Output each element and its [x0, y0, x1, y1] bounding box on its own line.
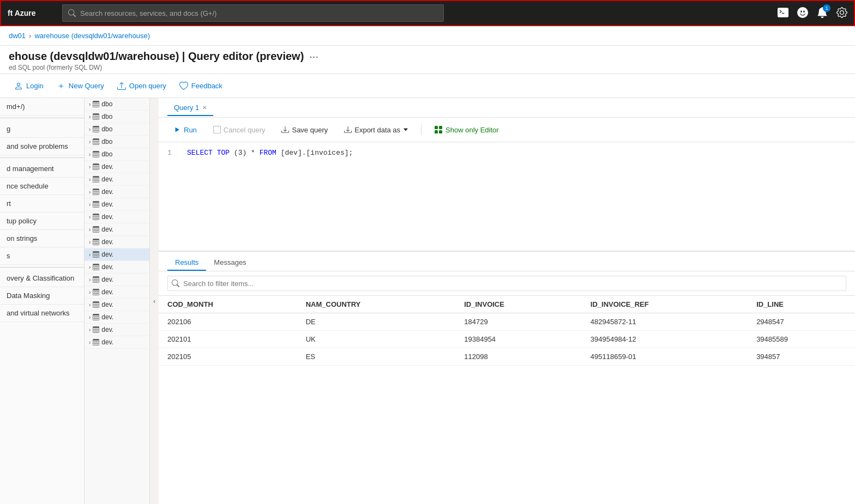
table-cell: 184729 — [455, 313, 582, 331]
collapse-panel-button[interactable]: ‹ — [150, 98, 159, 504]
chevron-right-icon: › — [89, 302, 91, 308]
new-query-button[interactable]: New Query — [51, 78, 110, 94]
feedback-button[interactable]: Feedback — [174, 78, 228, 94]
sidebar-item-management[interactable]: d management — [0, 160, 84, 178]
tree-item-label: dev. — [101, 163, 113, 171]
run-label: Run — [184, 126, 197, 134]
sidebar-item-search[interactable]: md+/) — [0, 98, 84, 116]
table-body: 202106DE184729482945872-112948547202101U… — [159, 313, 855, 366]
open-query-button[interactable]: Open query — [112, 78, 172, 94]
query-tabs: Query 1 ✕ — [159, 98, 855, 118]
cloud-shell-icon[interactable] — [778, 7, 788, 20]
table-icon — [93, 326, 99, 333]
tree-item[interactable]: › dev. — [85, 299, 149, 311]
results-table: COD_MONTHNAM_COUNTRYID_INVOICEID_INVOICE… — [159, 296, 855, 366]
code-line-1: 1 SELECT TOP (3) * FROM [dev].[invoices]… — [167, 149, 846, 157]
query-tab-1[interactable]: Query 1 ✕ — [167, 99, 213, 116]
download-icon — [281, 126, 289, 133]
tree-item[interactable]: › dev. — [85, 311, 149, 324]
tree-item[interactable]: › dbo — [85, 123, 149, 136]
tree-item[interactable]: › dev. — [85, 186, 149, 198]
chevron-right-icon: › — [89, 239, 91, 245]
tree-item[interactable]: › dev. — [85, 173, 149, 186]
cancel-query-button[interactable]: Cancel query — [207, 123, 272, 137]
table-icon — [93, 251, 99, 258]
tree-item[interactable]: › dev. — [85, 211, 149, 223]
table-cell: 394857 — [748, 348, 855, 366]
sidebar-item-data-masking[interactable]: Data Masking — [0, 287, 84, 305]
table-cell: 2948547 — [748, 313, 855, 331]
upload-icon — [117, 82, 126, 90]
main-toolbar: Login New Query Open query Feedback — [0, 74, 855, 98]
sidebar-item-problems[interactable]: and solve problems — [0, 138, 84, 155]
sidebar-item-alerts[interactable]: rt — [0, 195, 84, 212]
tree-item-label: dev. — [101, 201, 113, 208]
table-cell: DE — [297, 313, 456, 331]
run-button[interactable]: Run — [167, 123, 203, 137]
table-cell: 39485589 — [748, 331, 855, 348]
tree-item[interactable]: › dev. — [85, 198, 149, 211]
table-column-header: ID_LINE — [748, 296, 855, 313]
results-tab[interactable]: Results — [167, 254, 206, 271]
chevron-right-icon: › — [89, 214, 91, 220]
login-button[interactable]: Login — [9, 78, 49, 94]
search-icon — [68, 9, 76, 17]
chevron-right-icon: › — [89, 101, 91, 107]
chevron-right-icon: › — [89, 177, 91, 183]
more-options-icon[interactable]: ··· — [309, 50, 318, 63]
tree-item[interactable]: › dbo — [85, 148, 149, 161]
table-icon — [93, 276, 99, 283]
table-icon — [93, 289, 99, 295]
line-number: 1 — [167, 149, 178, 157]
table-icon — [93, 201, 99, 208]
export-button[interactable]: Export data as — [338, 123, 414, 137]
save-query-button[interactable]: Save query — [275, 123, 334, 137]
code-content: SELECT TOP (3) * FROM [dev].[invoices]; — [187, 149, 353, 157]
notifications-icon[interactable]: 1 — [817, 7, 828, 20]
sidebar-item-log[interactable]: g — [0, 120, 84, 138]
cancel-label: Cancel query — [224, 126, 266, 134]
close-tab-icon[interactable]: ✕ — [202, 105, 207, 111]
tree-panel: › dbo › dbo › dbo › dbo › dbo › dev. — [85, 98, 150, 504]
tree-item[interactable]: › dbo — [85, 136, 149, 148]
tree-item[interactable]: › dev. — [85, 236, 149, 248]
tree-item[interactable]: › dev. — [85, 274, 149, 286]
sidebar-item-virtual-networks[interactable]: and virtual networks — [0, 305, 84, 322]
settings-icon[interactable] — [836, 7, 847, 20]
tree-item[interactable]: › dev. — [85, 248, 149, 261]
tree-item[interactable]: › dev. — [85, 161, 149, 173]
sidebar-separator-3 — [0, 267, 84, 268]
tree-item[interactable]: › dev. — [85, 261, 149, 274]
sidebar-item-conn-strings[interactable]: on strings — [0, 230, 84, 247]
open-query-label: Open query — [129, 82, 166, 90]
sidebar-separator-2 — [0, 157, 84, 158]
code-editor[interactable]: 1 SELECT TOP (3) * FROM [dev].[invoices]… — [159, 142, 855, 251]
tree-item[interactable]: › dbo — [85, 98, 149, 111]
table-cell: 394954984-12 — [582, 331, 748, 348]
tree-item[interactable]: › dev. — [85, 336, 149, 349]
table-column-header: COD_MONTH — [159, 296, 297, 313]
global-search[interactable]: Search resources, services, and docs (G+… — [62, 4, 444, 22]
tree-item[interactable]: › dev. — [85, 324, 149, 336]
results-filter-input[interactable] — [167, 276, 846, 291]
breadcrumb-parent[interactable]: dw01 — [9, 32, 26, 40]
sidebar-item-backup-policy[interactable]: tup policy — [0, 212, 84, 230]
table-icon — [93, 314, 99, 320]
sidebar-item-discovery[interactable]: overy & Classification — [0, 270, 84, 287]
feedback-label: Feedback — [191, 82, 222, 90]
table-icon — [93, 339, 99, 345]
chevron-right-icon: › — [89, 202, 91, 208]
save-label: Save query — [292, 126, 328, 134]
directory-icon[interactable] — [797, 7, 808, 20]
show-editor-button[interactable]: Show only Editor — [428, 122, 505, 137]
messages-tab[interactable]: Messages — [206, 254, 254, 271]
sidebar-item-maintenance-schedule[interactable]: nce schedule — [0, 178, 84, 195]
sidebar-item-s[interactable]: s — [0, 247, 84, 265]
query-tab-label: Query 1 — [174, 104, 199, 112]
page-subtitle: ed SQL pool (formerly SQL DW) — [9, 64, 846, 71]
breadcrumb-current[interactable]: warehouse (devsqldw01/warehouse) — [34, 32, 150, 40]
tree-item[interactable]: › dev. — [85, 286, 149, 299]
tree-item[interactable]: › dbo — [85, 111, 149, 123]
tree-item[interactable]: › dev. — [85, 223, 149, 236]
page-title: ehouse (devsqldw01/warehouse) | Query ed… — [9, 50, 304, 63]
